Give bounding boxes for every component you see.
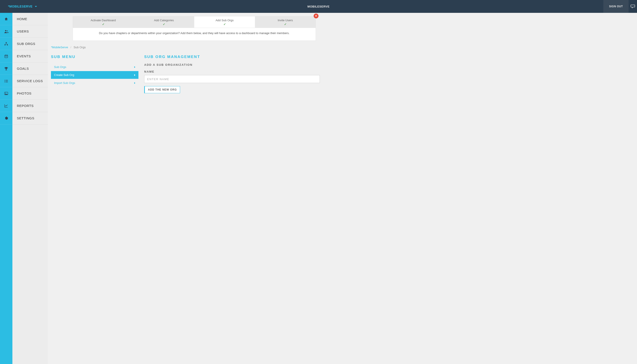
breadcrumb-current: Sub Orgs bbox=[74, 46, 86, 49]
chevron-right-icon bbox=[134, 82, 135, 84]
sidebar-labels: HOME USERS SUB ORGS EVENTS GOALS SERVICE… bbox=[13, 13, 48, 182]
sidebar-icon-settings[interactable] bbox=[0, 112, 13, 124]
sidebar-item-reports[interactable]: REPORTS bbox=[13, 100, 48, 112]
calendar-icon bbox=[4, 54, 8, 58]
svg-rect-11 bbox=[6, 80, 8, 80]
wizard-step-add-sub-orgs[interactable]: Add Sub Orgs ✓ bbox=[194, 16, 255, 28]
org-dropdown[interactable]: *MOBILESERVE bbox=[8, 5, 37, 8]
main-content: Activate Dashboard ✓ Add Categories ✓ Ad… bbox=[48, 13, 323, 182]
name-label: NAME bbox=[144, 70, 320, 73]
content-row: SUB MENU Sub Orgs Create Sub Org Import … bbox=[51, 55, 320, 93]
wizard-close-button[interactable]: ✕ bbox=[314, 14, 319, 18]
sitemap-icon bbox=[4, 42, 8, 46]
section-title: SUB ORG MANAGEMENT bbox=[144, 55, 320, 59]
submenu-item-label: Sub Orgs bbox=[54, 65, 66, 69]
svg-rect-10 bbox=[5, 80, 5, 80]
submenu-item-import-sub-orgs[interactable]: Import Sub Orgs bbox=[51, 79, 139, 87]
home-icon bbox=[4, 17, 8, 21]
form-column: SUB ORG MANAGEMENT ADD A SUB ORGANIZATIO… bbox=[144, 55, 320, 93]
check-icon: ✓ bbox=[255, 22, 316, 26]
svg-rect-2 bbox=[6, 42, 7, 43]
breadcrumb-root[interactable]: *MobileServe bbox=[51, 46, 68, 49]
sidebar-item-photos[interactable]: PHOTOS bbox=[13, 87, 48, 100]
submenu-item-create-sub-org[interactable]: Create Sub Org bbox=[51, 71, 139, 79]
breadcrumb-sep: / bbox=[71, 46, 71, 49]
svg-rect-6 bbox=[5, 56, 6, 57]
sidebar-icon-home[interactable] bbox=[0, 13, 13, 25]
sidebar-item-goals[interactable]: GOALS bbox=[13, 62, 48, 75]
sidebar-icon-goals[interactable] bbox=[0, 62, 13, 75]
breadcrumb: *MobileServe / Sub Orgs bbox=[51, 46, 320, 49]
sidebar-item-suborgs[interactable]: SUB ORGS bbox=[13, 38, 48, 50]
wizard-step-label: Add Categories bbox=[134, 18, 194, 22]
submenu-column: SUB MENU Sub Orgs Create Sub Org Import … bbox=[51, 55, 139, 93]
sidebar-icon-users[interactable] bbox=[0, 25, 13, 38]
wizard-steps: Activate Dashboard ✓ Add Categories ✓ Ad… bbox=[73, 16, 316, 28]
sidebar-icon-reports[interactable] bbox=[0, 100, 13, 112]
topbar: *MOBILESERVE MOBILESERVE SIGN OUT bbox=[0, 0, 323, 13]
check-icon: ✓ bbox=[134, 22, 194, 26]
close-icon: ✕ bbox=[315, 14, 317, 18]
sidebar-icon-events[interactable] bbox=[0, 50, 13, 62]
sidebar-item-home[interactable]: HOME bbox=[13, 13, 48, 25]
add-org-button[interactable]: ADD THE NEW ORG bbox=[144, 86, 180, 93]
sidebar-item-settings[interactable]: SETTINGS bbox=[13, 112, 48, 124]
svg-point-17 bbox=[5, 93, 6, 94]
wizard-help-text: Do you have chapters or departments with… bbox=[73, 28, 316, 41]
submenu-item-sub-orgs[interactable]: Sub Orgs bbox=[51, 63, 139, 71]
chevron-right-icon bbox=[134, 74, 135, 76]
wizard-step-invite-users[interactable]: Invite Users ✓ bbox=[255, 16, 316, 28]
sidebar-item-servicelogs[interactable]: SERVICE LOGS bbox=[13, 75, 48, 87]
submenu-item-label: Create Sub Org bbox=[54, 73, 74, 76]
topbar-left: *MOBILESERVE bbox=[0, 5, 37, 8]
app-title: MOBILESERVE bbox=[307, 5, 323, 8]
svg-rect-7 bbox=[7, 56, 7, 57]
trophy-icon bbox=[4, 67, 8, 71]
chevron-right-icon bbox=[134, 66, 135, 68]
sidebar-icon-servicelogs[interactable] bbox=[0, 75, 13, 87]
wizard-step-add-categories[interactable]: Add Categories ✓ bbox=[134, 16, 194, 28]
caret-down-icon bbox=[35, 6, 37, 7]
svg-point-0 bbox=[5, 30, 6, 31]
svg-rect-5 bbox=[5, 55, 8, 58]
sidebar-icon-rail bbox=[0, 13, 13, 182]
sidebar-icon-suborgs[interactable] bbox=[0, 38, 13, 50]
svg-rect-4 bbox=[7, 44, 8, 46]
org-name: *MOBILESERVE bbox=[8, 5, 33, 8]
name-input[interactable] bbox=[144, 75, 320, 83]
sidebar: HOME USERS SUB ORGS EVENTS GOALS SERVICE… bbox=[0, 13, 48, 182]
wizard-step-label: Activate Dashboard bbox=[73, 18, 134, 22]
form-heading: ADD A SUB ORGANIZATION bbox=[144, 63, 320, 66]
svg-rect-12 bbox=[5, 81, 5, 81]
svg-rect-13 bbox=[6, 81, 8, 81]
image-icon bbox=[4, 92, 8, 95]
onboarding-wizard: Activate Dashboard ✓ Add Categories ✓ Ad… bbox=[73, 16, 316, 41]
chart-icon bbox=[4, 104, 8, 108]
sidebar-item-events[interactable]: EVENTS bbox=[13, 50, 48, 62]
svg-rect-9 bbox=[5, 70, 7, 70]
svg-rect-8 bbox=[6, 69, 7, 70]
users-icon bbox=[4, 30, 9, 34]
gear-icon bbox=[4, 116, 8, 120]
wizard-step-label: Add Sub Orgs bbox=[194, 18, 255, 22]
check-icon: ✓ bbox=[73, 22, 134, 26]
svg-rect-15 bbox=[6, 82, 8, 82]
sidebar-item-users[interactable]: USERS bbox=[13, 25, 48, 38]
svg-point-1 bbox=[7, 30, 8, 31]
svg-rect-3 bbox=[5, 44, 6, 46]
wizard-step-activate-dashboard[interactable]: Activate Dashboard ✓ bbox=[73, 16, 134, 28]
check-icon: ✓ bbox=[194, 22, 255, 26]
svg-rect-14 bbox=[5, 82, 5, 82]
list-icon bbox=[4, 79, 8, 83]
submenu-item-label: Import Sub Orgs bbox=[54, 81, 75, 84]
wizard-step-label: Invite Users bbox=[255, 18, 316, 22]
submenu-title: SUB MENU bbox=[51, 55, 139, 59]
sidebar-icon-photos[interactable] bbox=[0, 87, 13, 100]
